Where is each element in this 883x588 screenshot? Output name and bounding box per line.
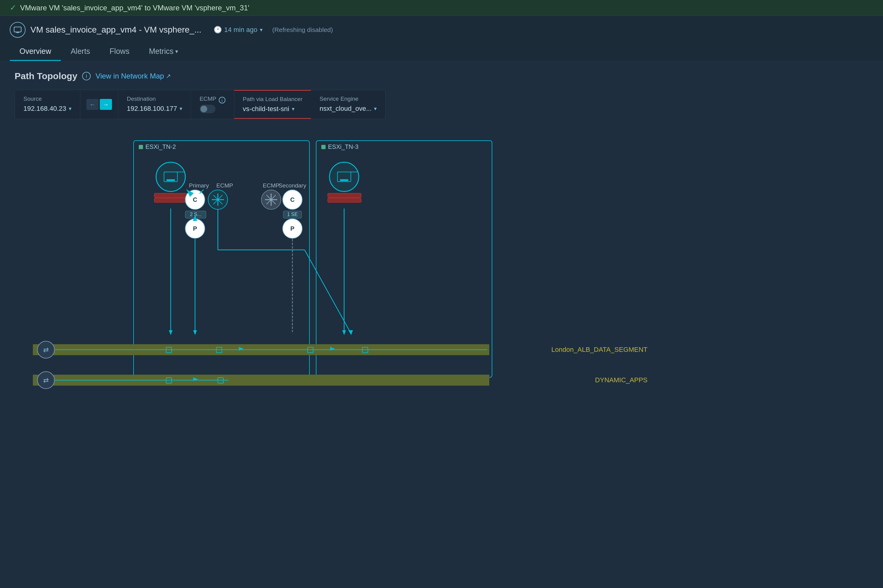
time-indicator[interactable]: 🕐 14 min ago ▾ bbox=[214, 26, 262, 34]
time-ago-text: 14 min ago bbox=[224, 26, 258, 34]
metrics-chevron-icon: ▾ bbox=[175, 48, 178, 55]
header-section: VM sales_invoice_app_vm4 - VM vsphere_..… bbox=[0, 16, 883, 61]
esxi-tn3-label: ESXi_TN-3 bbox=[328, 143, 358, 150]
check-icon: ✓ bbox=[10, 3, 16, 12]
ecmp-control: ECMP i bbox=[191, 90, 234, 119]
tab-alerts[interactable]: Alerts bbox=[61, 43, 100, 61]
nav-tabs: Overview Alerts Flows Metrics ▾ bbox=[10, 43, 873, 61]
esxi-tn2-status-icon bbox=[139, 145, 143, 149]
ecmp-toggle[interactable] bbox=[199, 105, 225, 113]
source-dropdown-icon: ▾ bbox=[69, 105, 72, 112]
clock-icon: 🕐 bbox=[214, 26, 222, 34]
segment-dynamic-apps: DYNAMIC_APPS bbox=[33, 375, 489, 386]
service-engine-control: Service Engine nsxt_cloud_ove... ▾ bbox=[311, 90, 385, 119]
vm-icon bbox=[10, 22, 25, 38]
tab-overview[interactable]: Overview bbox=[10, 43, 61, 61]
direction-right-button[interactable]: → bbox=[100, 99, 112, 110]
segment-dynamic-label: DYNAMIC_APPS bbox=[595, 376, 648, 384]
tab-flows[interactable]: Flows bbox=[100, 43, 139, 61]
path-lb-dropdown-icon: ▾ bbox=[292, 106, 295, 112]
svg-rect-0 bbox=[14, 27, 21, 32]
service-engine-value[interactable]: nsxt_cloud_ove... ▾ bbox=[319, 105, 377, 112]
source-label: Source bbox=[23, 96, 72, 102]
path-lb-value[interactable]: vs-child-test-sni ▾ bbox=[243, 105, 303, 113]
destination-value[interactable]: 192.168.100.177 ▾ bbox=[127, 105, 182, 112]
ecmp-info-icon[interactable]: i bbox=[219, 97, 225, 104]
destination-label: Destination bbox=[127, 96, 182, 102]
time-chevron-icon: ▾ bbox=[260, 27, 262, 33]
main-content: Path Topology i View in Network Map ↗ So… bbox=[0, 61, 883, 588]
service-engine-label: Service Engine bbox=[319, 96, 377, 102]
destination-control: Destination 192.168.100.177 ▾ bbox=[118, 90, 191, 119]
segment-london-label: London_ALB_DATA_SEGMENT bbox=[551, 346, 648, 354]
notification-bar: ✓ VMware VM 'sales_invoice_app_vm4' to V… bbox=[0, 0, 883, 16]
section-header: Path Topology i View in Network Map ↗ bbox=[15, 71, 868, 81]
external-link-icon: ↗ bbox=[166, 72, 171, 80]
esxi-tn3-box: ESXi_TN-3 bbox=[316, 140, 492, 378]
page-title: VM sales_invoice_app_vm4 - VM vsphere_..… bbox=[30, 25, 201, 35]
notification-text: VMware VM 'sales_invoice_app_vm4' to VMw… bbox=[20, 4, 249, 12]
esxi-tn2-label: ESXi_TN-2 bbox=[145, 143, 176, 150]
source-value[interactable]: 192.168.40.23 ▾ bbox=[23, 105, 72, 112]
destination-dropdown-icon: ▾ bbox=[180, 105, 182, 112]
tab-metrics[interactable]: Metrics ▾ bbox=[139, 43, 188, 61]
path-lb-control: Path via Load Balancer vs-child-test-sni… bbox=[234, 90, 311, 119]
esxi-tn3-header: ESXi_TN-3 bbox=[316, 141, 492, 153]
esxi-tn2-header: ESXi_TN-2 bbox=[134, 141, 309, 153]
direction-left-button[interactable]: ← bbox=[86, 99, 99, 110]
segment-london: London_ALB_DATA_SEGMENT bbox=[33, 344, 489, 355]
service-engine-dropdown-icon: ▾ bbox=[374, 105, 377, 112]
esxi-tn3-status-icon bbox=[321, 145, 325, 149]
view-network-map-link[interactable]: View in Network Map ↗ bbox=[96, 72, 171, 80]
section-title: Path Topology bbox=[15, 71, 77, 81]
esxi-tn2-box: ESXi_TN-2 bbox=[133, 140, 310, 378]
refresh-status: (Refreshing disabled) bbox=[272, 26, 333, 33]
path-lb-label: Path via Load Balancer bbox=[243, 96, 303, 103]
source-control: Source 192.168.40.23 ▾ bbox=[15, 90, 80, 119]
direction-controls: ← → bbox=[80, 90, 118, 119]
topology-diagram: ESXi_TN-2 ESXi_TN-3 London_ALB_DATA_SEGM… bbox=[15, 134, 868, 469]
ecmp-label: ECMP bbox=[199, 96, 216, 102]
info-icon[interactable]: i bbox=[82, 72, 91, 80]
